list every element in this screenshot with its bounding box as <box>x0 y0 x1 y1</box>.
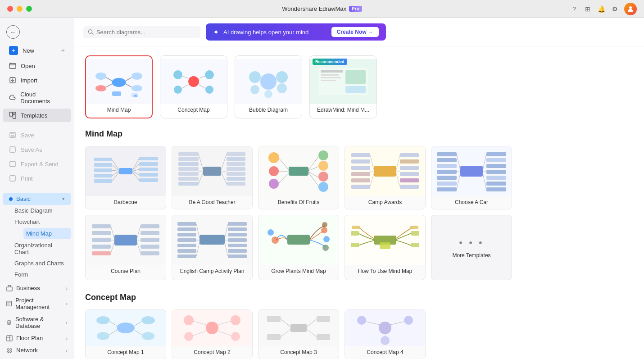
svg-line-124 <box>370 173 374 186</box>
back-button[interactable]: ← <box>0 22 74 42</box>
sidebar-item-print[interactable]: Print <box>3 172 71 185</box>
sidebar-item-business[interactable]: Business › <box>0 282 74 294</box>
save-as-icon <box>9 146 16 153</box>
recommended-badge: Recommended <box>313 59 347 65</box>
svg-point-196 <box>321 227 327 233</box>
minimize-button[interactable] <box>17 6 23 12</box>
svg-rect-1 <box>9 64 16 68</box>
svg-rect-100 <box>289 167 308 176</box>
svg-line-131 <box>396 155 400 170</box>
camp-awards-label: Camp Awards <box>345 196 425 209</box>
svg-rect-188 <box>228 249 247 253</box>
edrawmind-label: EdrawMind: Mind M... <box>317 104 369 115</box>
sidebar: ← + New + Open Import Cloud Documents Te… <box>0 18 74 359</box>
svg-point-16 <box>7 348 12 353</box>
type-card-bubble[interactable]: Bubble Diagram <box>235 55 302 118</box>
svg-rect-179 <box>177 254 196 258</box>
create-now-button[interactable]: Create Now → <box>331 27 379 37</box>
svg-point-209 <box>96 316 110 324</box>
template-concept-2[interactable]: Concept Map 2 <box>172 309 253 359</box>
svg-rect-90 <box>227 152 245 156</box>
sidebar-item-open[interactable]: Open <box>3 59 71 73</box>
choose-car-label: Choose A Car <box>431 196 512 209</box>
svg-point-220 <box>184 332 193 341</box>
svg-point-28 <box>132 85 142 91</box>
barbecue-img <box>86 146 166 196</box>
sidebar-item-engineering[interactable]: Engineering › <box>0 356 74 359</box>
svg-rect-140 <box>437 182 457 186</box>
close-button[interactable] <box>7 6 13 12</box>
search-input[interactable] <box>96 29 196 36</box>
concept-map-label: Concept Map <box>177 104 209 115</box>
template-concept-1[interactable]: Concept Map 1 <box>85 309 166 359</box>
template-choose-car[interactable]: Choose A Car <box>431 146 512 209</box>
sidebar-item-flowchart[interactable]: Flowchart <box>14 216 74 227</box>
ai-text: AI drawing helps open your mind <box>223 29 327 36</box>
svg-line-89 <box>199 172 203 184</box>
svg-point-50 <box>264 90 272 98</box>
sidebar-item-export[interactable]: Export & Send <box>3 157 71 171</box>
svg-rect-54 <box>321 77 341 78</box>
settings-icon[interactable]: ⚙ <box>611 5 619 13</box>
sidebar-item-basic[interactable]: Basic ▾ <box>3 193 71 205</box>
sidebar-item-save[interactable]: Save <box>3 128 71 142</box>
sidebar-item-mind-map[interactable]: Mind Map <box>23 228 71 239</box>
template-good-teacher[interactable]: Be A Good Teacher <box>172 146 253 209</box>
sidebar-item-floor[interactable]: Floor Plan › <box>0 332 74 344</box>
avatar[interactable] <box>624 3 637 15</box>
floor-chevron-icon: › <box>66 336 68 341</box>
notification-icon[interactable]: 🔔 <box>597 5 605 13</box>
template-barbecue[interactable]: Barbecue <box>85 146 166 209</box>
sidebar-item-org-chart[interactable]: Organizational Chart <box>14 240 74 258</box>
sidebar-item-project[interactable]: Project Management › <box>0 294 74 313</box>
sidebar-item-cloud[interactable]: Cloud Documents <box>3 88 71 108</box>
template-english-camp[interactable]: English Camp Activity Plan <box>172 215 253 280</box>
svg-rect-138 <box>437 170 457 174</box>
svg-point-45 <box>260 73 277 90</box>
svg-rect-70 <box>139 162 158 166</box>
svg-rect-172 <box>200 235 225 245</box>
sidebar-item-software[interactable]: Software & Database › <box>0 313 74 332</box>
svg-point-103 <box>269 179 279 189</box>
help-icon[interactable]: ? <box>570 5 578 13</box>
mind-map-preview: AI <box>86 59 152 104</box>
search-box[interactable] <box>83 26 200 38</box>
mind-map-grid: Barbecue <box>85 146 633 209</box>
svg-rect-150 <box>486 182 506 186</box>
template-more[interactable]: • • • More Templates <box>431 215 512 280</box>
barbecue-label: Barbecue <box>86 196 166 209</box>
new-plus-icon: + <box>61 47 65 54</box>
sidebar-item-form[interactable]: Form <box>14 269 74 280</box>
bubble-preview <box>235 59 302 104</box>
sidebar-item-import[interactable]: Import <box>3 73 71 87</box>
template-course-plan[interactable]: Course Plan <box>85 215 166 280</box>
type-card-mind-map[interactable]: AI Mind Map <box>85 55 153 118</box>
svg-rect-73 <box>139 178 158 182</box>
sidebar-item-save-as[interactable]: Save As <box>3 143 71 156</box>
svg-rect-9 <box>10 147 15 152</box>
sidebar-item-graphs[interactable]: Graphs and Charts <box>14 258 74 269</box>
template-concept-3[interactable]: Concept Map 3 <box>258 309 339 359</box>
svg-line-99 <box>221 172 227 184</box>
sidebar-item-network[interactable]: Network › <box>0 344 74 356</box>
fruits-label: Benefits Of Fruits <box>259 196 339 209</box>
sidebar-item-basic-diagram[interactable]: Basic Diagram <box>14 205 74 216</box>
template-how-to-use[interactable]: How To Use Mind Map <box>345 215 426 280</box>
svg-rect-158 <box>92 238 111 242</box>
svg-line-225 <box>218 331 231 336</box>
maximize-button[interactable] <box>26 6 32 12</box>
template-fruits[interactable]: Benefits Of Fruits <box>258 146 339 209</box>
template-concept-4[interactable]: Concept Map 4 <box>345 309 426 359</box>
svg-line-240 <box>390 322 404 325</box>
type-card-concept-map[interactable]: Concept Map <box>160 55 227 118</box>
sidebar-item-new[interactable]: + New + <box>3 43 71 58</box>
network-chevron-icon: › <box>66 348 68 353</box>
basic-sub-items: Basic Diagram Flowchart Mind Map Organiz… <box>0 205 74 280</box>
type-card-edrawmind[interactable]: Recommended EdrawMind: Mind M... <box>309 55 377 118</box>
template-grow-plants[interactable]: Grow Plants Mind Map <box>258 215 339 280</box>
community-icon[interactable]: ⊞ <box>584 5 592 13</box>
sidebar-item-templates[interactable]: Templates <box>3 109 71 122</box>
svg-point-38 <box>205 70 214 79</box>
template-camp-awards[interactable]: Camp Awards <box>345 146 426 209</box>
software-icon <box>6 319 12 326</box>
